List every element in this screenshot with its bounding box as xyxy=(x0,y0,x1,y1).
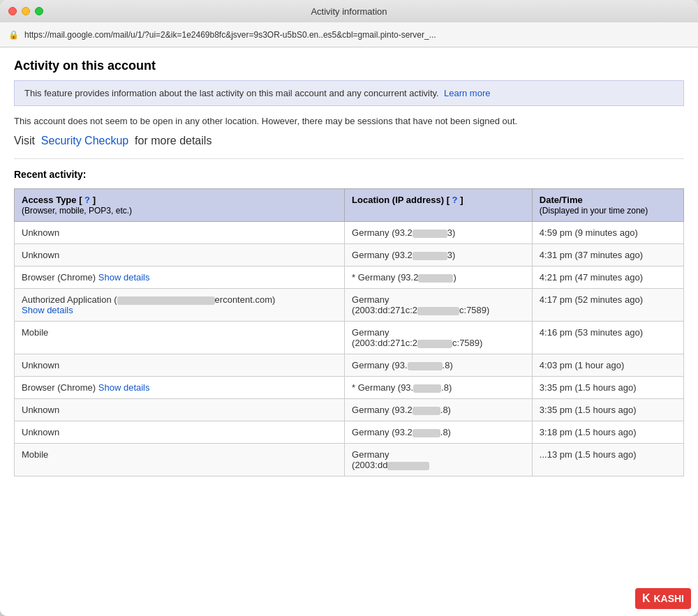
content-area: Activity on this account This feature pr… xyxy=(0,47,698,616)
security-checkup-link[interactable]: Security Checkup xyxy=(41,135,128,147)
window: Activity information 🔒 https://mail.goog… xyxy=(0,0,698,616)
col-header-datetime: Date/Time (Displayed in your time zone) xyxy=(532,189,683,222)
watermark-text: KASHI xyxy=(653,593,684,604)
datetime-cell: 3:35 pm (1.5 hours ago) xyxy=(532,399,683,421)
datetime-cell: 4:21 pm (47 minutes ago) xyxy=(532,266,683,289)
url-field[interactable]: https://mail.google.com/mail/u/1/?ui=2&i… xyxy=(24,30,690,40)
redacted-ip xyxy=(417,340,452,348)
location-cell: * Germany (93.2) xyxy=(345,266,533,289)
access-type-cell: Mobile xyxy=(15,444,345,476)
redacted-ip xyxy=(417,307,459,315)
learn-more-link[interactable]: Learn more xyxy=(444,88,490,98)
address-bar: 🔒 https://mail.google.com/mail/u/1/?ui=2… xyxy=(0,22,698,47)
title-bar: Activity information xyxy=(0,0,698,22)
table-row: Unknown Germany (93..8) 4:03 pm (1 hour … xyxy=(15,354,684,377)
location-cell: Germany(2003:dd:271c:2c:7589) xyxy=(345,289,533,322)
redacted-ip xyxy=(413,230,447,238)
show-details-link[interactable]: Show details xyxy=(98,382,150,393)
table-row: Unknown Germany (93.23) 4:31 pm (37 minu… xyxy=(15,244,684,266)
redacted-ip xyxy=(413,429,440,437)
table-row: Mobile Germany(2003:dd:271c:2c:7589) 4:1… xyxy=(15,322,684,354)
table-header-row: Access Type [ ? ] (Browser, mobile, POP3… xyxy=(15,189,684,222)
table-row: Unknown Germany (93.2.8) 3:18 pm (1.5 ho… xyxy=(15,421,684,444)
visit-prefix: Visit xyxy=(14,135,35,147)
redacted-ip xyxy=(418,274,453,283)
location-cell: Germany(2003:dd xyxy=(345,444,533,476)
table-row: Unknown Germany (93.2.8) 3:35 pm (1.5 ho… xyxy=(15,399,684,421)
datetime-cell: 4:31 pm (37 minutes ago) xyxy=(532,244,683,266)
redacted-ip xyxy=(387,462,429,470)
access-type-cell: Browser (Chrome) Show details xyxy=(15,266,345,289)
redacted-ip xyxy=(413,407,440,415)
access-type-cell: Mobile xyxy=(15,322,345,354)
redacted-ip xyxy=(413,252,447,260)
table-row: Browser (Chrome) Show details * Germany … xyxy=(15,377,684,399)
table-row: Browser (Chrome) Show details * Germany … xyxy=(15,266,684,289)
redacted-app xyxy=(117,296,215,305)
table-row: Unknown Germany (93.23) 4:59 pm (9 minut… xyxy=(15,222,684,244)
table-row: Mobile Germany(2003:dd ...13 pm (1.5 hou… xyxy=(15,444,684,476)
location-help-link[interactable]: ? xyxy=(452,195,458,205)
activity-table: Access Type [ ? ] (Browser, mobile, POP3… xyxy=(14,188,684,476)
info-text: This feature provides information about … xyxy=(24,88,439,98)
location-cell: Germany (93.23) xyxy=(345,244,533,266)
datetime-cell: 3:35 pm (1.5 hours ago) xyxy=(532,377,683,399)
access-type-cell: Unknown xyxy=(15,354,345,377)
datetime-cell: ...13 pm (1.5 hours ago) xyxy=(532,444,683,476)
location-cell: Germany (93..8) xyxy=(345,354,533,377)
access-type-cell: Authorized Application (ercontent.com) S… xyxy=(15,289,345,322)
col-header-access-type: Access Type [ ? ] (Browser, mobile, POP3… xyxy=(15,189,345,222)
access-type-cell: Unknown xyxy=(15,399,345,421)
location-cell: Germany (93.2.8) xyxy=(345,421,533,444)
location-cell: Germany (93.23) xyxy=(345,222,533,244)
access-type-cell: Unknown xyxy=(15,222,345,244)
datetime-cell: 4:59 pm (9 minutes ago) xyxy=(532,222,683,244)
access-type-cell: Unknown xyxy=(15,421,345,444)
datetime-cell: 4:17 pm (52 minutes ago) xyxy=(532,289,683,322)
window-title: Activity information xyxy=(311,6,387,17)
table-row: Authorized Application (ercontent.com) S… xyxy=(15,289,684,322)
redacted-ip xyxy=(413,384,441,393)
show-details-link[interactable]: Show details xyxy=(22,305,73,315)
location-cell: Germany (93.2.8) xyxy=(345,399,533,421)
datetime-cell: 4:03 pm (1 hour ago) xyxy=(532,354,683,377)
location-cell: * Germany (93..8) xyxy=(345,377,533,399)
redacted-ip xyxy=(408,362,443,370)
minimize-button[interactable] xyxy=(22,7,30,15)
divider xyxy=(14,158,684,159)
access-type-cell: Unknown xyxy=(15,244,345,266)
watermark: K KASHI xyxy=(635,588,691,609)
table-body: Unknown Germany (93.23) 4:59 pm (9 minut… xyxy=(15,222,684,476)
lock-icon: 🔒 xyxy=(8,30,19,40)
close-button[interactable] xyxy=(8,7,17,15)
access-type-cell: Browser (Chrome) Show details xyxy=(15,377,345,399)
watermark-k: K xyxy=(642,592,651,605)
recent-activity-label: Recent activity: xyxy=(14,169,684,180)
location-cell: Germany(2003:dd:271c:2c:7589) xyxy=(345,322,533,354)
col-header-location: Location (IP address) [ ? ] xyxy=(345,189,533,222)
access-type-help-link[interactable]: ? xyxy=(84,195,90,205)
status-text: This account does not seem to be open in… xyxy=(14,116,684,126)
maximize-button[interactable] xyxy=(35,7,43,15)
page-title: Activity on this account xyxy=(14,59,684,73)
show-details-link[interactable]: Show details xyxy=(98,272,150,283)
traffic-lights xyxy=(8,7,43,15)
visit-suffix: for more details xyxy=(135,135,211,147)
col-header-access-type-sub: (Browser, mobile, POP3, etc.) xyxy=(22,206,132,216)
datetime-cell: 3:18 pm (1.5 hours ago) xyxy=(532,421,683,444)
visit-text: Visit Security Checkup for more details xyxy=(14,135,684,147)
info-box: This feature provides information about … xyxy=(14,80,684,106)
datetime-cell: 4:16 pm (53 minutes ago) xyxy=(532,322,683,354)
